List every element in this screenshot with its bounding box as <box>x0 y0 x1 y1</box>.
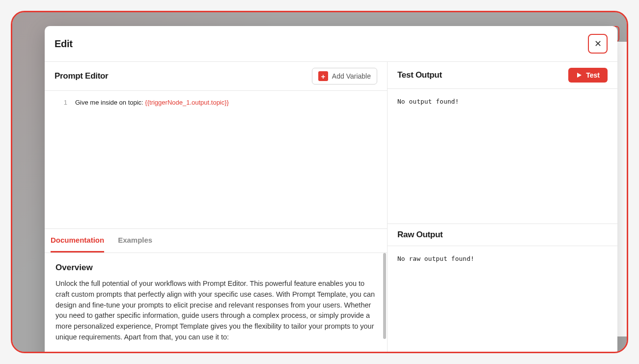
code-text: Give me inside on topic: <box>75 99 145 106</box>
overview-body: Unlock the full potential of your workfl… <box>56 279 376 343</box>
overview-bullets: Create dynamic prompts that adapt to use… <box>56 350 376 354</box>
play-icon <box>576 72 582 78</box>
raw-output-header: Raw Output <box>388 224 617 246</box>
edit-modal: Edit ✕ Prompt Editor + Add Variable 1 <box>45 26 617 353</box>
add-variable-label: Add Variable <box>332 72 371 80</box>
plus-icon: + <box>318 71 328 81</box>
test-button[interactable]: Test <box>568 68 608 83</box>
modal-body: Prompt Editor + Add Variable 1 Give me i… <box>45 62 617 353</box>
prompt-editor-header: Prompt Editor + Add Variable <box>45 62 387 91</box>
test-output-header: Test Output Test <box>388 62 617 89</box>
raw-output-title: Raw Output <box>397 230 443 240</box>
close-icon: ✕ <box>594 38 602 49</box>
docs-tabs: Documentation Examples <box>45 228 387 253</box>
code-variable: {{triggerNode_1.output.topic}} <box>145 99 229 106</box>
modal-title: Edit <box>55 38 73 50</box>
prompt-editor-title: Prompt Editor <box>55 71 108 81</box>
highlighted-frame: del Nar ro ate * {{tri roperti Edit ✕ Pr… <box>11 11 628 353</box>
raw-output-body: No raw output found! <box>388 246 617 353</box>
add-variable-button[interactable]: + Add Variable <box>312 68 377 84</box>
test-output-title: Test Output <box>397 70 442 80</box>
code-content: Give me inside on topic: {{triggerNode_1… <box>75 98 229 108</box>
test-button-label: Test <box>586 71 600 79</box>
bullet-item: Create dynamic prompts that adapt to use… <box>66 350 376 354</box>
left-column: Prompt Editor + Add Variable 1 Give me i… <box>45 62 388 353</box>
modal-header: Edit ✕ <box>45 26 617 62</box>
documentation-pane[interactable]: Overview Unlock the full potential of yo… <box>45 253 387 353</box>
right-column: Test Output Test No output found! Raw Ou… <box>388 62 617 353</box>
code-line: 1 Give me inside on topic: {{triggerNode… <box>53 98 379 108</box>
overview-heading: Overview <box>56 263 376 273</box>
tab-examples[interactable]: Examples <box>118 229 152 252</box>
close-button[interactable]: ✕ <box>588 34 608 54</box>
line-number: 1 <box>53 98 67 108</box>
test-output-body: No output found! <box>388 89 617 224</box>
code-editor[interactable]: 1 Give me inside on topic: {{triggerNode… <box>45 91 387 228</box>
tab-documentation[interactable]: Documentation <box>51 229 104 252</box>
test-output-section: Test Output Test No output found! <box>388 62 617 224</box>
scrollbar-thumb[interactable] <box>383 253 386 339</box>
raw-output-section: Raw Output No raw output found! <box>388 224 617 353</box>
